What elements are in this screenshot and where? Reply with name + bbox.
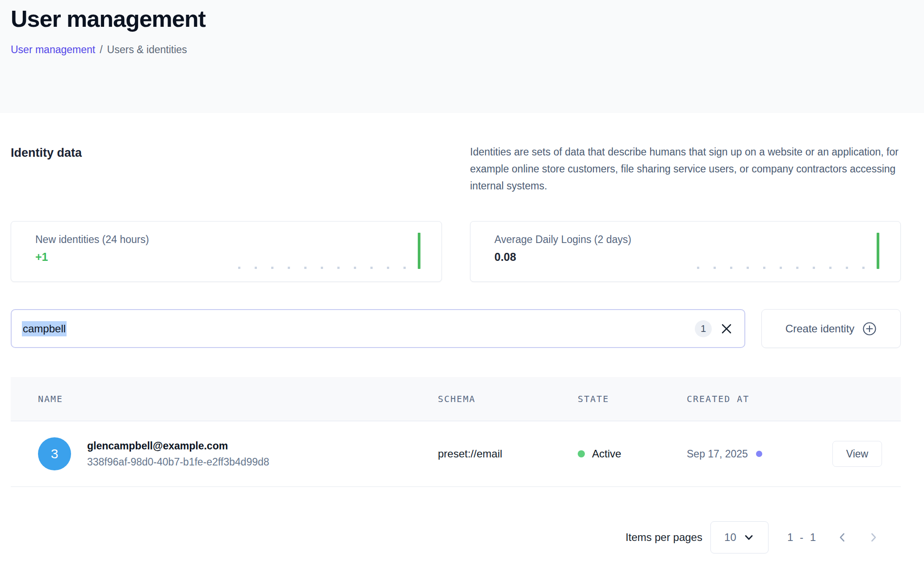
identity-schema: preset://email — [438, 448, 578, 460]
items-per-page-select[interactable]: 10 — [710, 521, 769, 553]
identity-email: glencampbell@example.com — [87, 440, 269, 452]
breadcrumb-current: Users & identities — [107, 44, 187, 56]
sparkline-chart — [238, 233, 420, 269]
sparkline-bar — [877, 233, 879, 269]
sparkline-ticks — [238, 267, 406, 269]
identity-name-cell: 3 glencampbell@example.com 338f96af-98d0… — [38, 437, 438, 470]
stat-cards: New identities (24 hours) +1 Average Dai… — [11, 221, 901, 282]
items-per-page-value: 10 — [724, 531, 736, 544]
pagination: Items per pages 10 1 - 1 — [11, 521, 901, 553]
previous-page-button[interactable] — [836, 531, 849, 544]
avatar: 3 — [38, 437, 71, 470]
breadcrumb: User management / Users & identities — [11, 44, 913, 56]
clear-search-button[interactable] — [720, 322, 733, 335]
chevron-left-icon — [836, 532, 848, 543]
chevron-right-icon — [868, 532, 879, 543]
created-at-date: Sep 17, 2025 — [687, 448, 748, 460]
items-per-page-label: Items per pages — [626, 531, 702, 544]
chevron-down-icon — [743, 532, 755, 543]
column-header-schema: SCHEMA — [438, 394, 578, 404]
create-identity-label: Create identity — [785, 323, 855, 335]
table-row[interactable]: 3 glencampbell@example.com 338f96af-98d0… — [11, 421, 901, 487]
active-status-dot — [578, 450, 585, 457]
pagination-range: 1 - 1 — [787, 531, 818, 544]
next-page-button[interactable] — [867, 531, 880, 544]
identities-table: NAME SCHEMA STATE CREATED AT 3 glencampb… — [11, 377, 901, 487]
column-header-state: STATE — [578, 394, 687, 404]
section-heading: Identity data — [11, 146, 441, 160]
create-identity-button[interactable]: Create identity — [761, 309, 901, 348]
table-header-row: NAME SCHEMA STATE CREATED AT — [11, 377, 901, 421]
page-header: User management User management / Users … — [0, 0, 924, 113]
created-at-dot — [756, 451, 762, 457]
plus-circle-icon — [862, 322, 877, 336]
column-header-name: NAME — [38, 394, 438, 404]
main-content: Identity data Identities are sets of dat… — [0, 146, 924, 553]
close-icon — [721, 323, 732, 335]
breadcrumb-separator: / — [100, 44, 102, 56]
search-result-count-badge: 1 — [695, 320, 712, 337]
identity-uuid: 338f96af-98d0-40b7-b1fe-e2ff3b4d99d8 — [87, 456, 269, 468]
search-input[interactable]: campbell 1 — [11, 309, 745, 348]
stat-card-new-identities: New identities (24 hours) +1 — [11, 221, 442, 282]
identity-created-at-cell: Sep 17, 2025 — [687, 448, 832, 460]
search-input-value[interactable]: campbell — [22, 321, 67, 336]
sparkline-chart — [697, 233, 879, 269]
page-title: User management — [11, 5, 913, 32]
search-toolbar: campbell 1 Create identity — [11, 309, 901, 348]
column-header-created-at: CREATED AT — [687, 394, 832, 404]
section-description: Identities are sets of data that describ… — [470, 143, 901, 194]
identity-state-cell: Active — [578, 448, 687, 460]
user-management-page: User management User management / Users … — [0, 0, 924, 570]
identity-data-intro: Identity data Identities are sets of dat… — [11, 146, 901, 194]
breadcrumb-link-user-management[interactable]: User management — [11, 44, 95, 56]
stat-card-average-daily-logins: Average Daily Logins (2 days) 0.08 — [470, 221, 901, 282]
sparkline-ticks — [697, 267, 865, 269]
view-button[interactable]: View — [832, 441, 882, 467]
status-badge: Active — [592, 448, 621, 460]
sparkline-bar — [418, 233, 420, 269]
